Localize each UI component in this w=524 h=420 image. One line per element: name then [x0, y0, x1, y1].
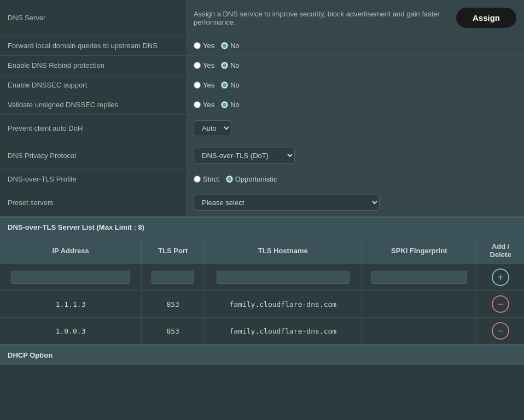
server-row-2: 1.0.0.3 853 family.cloudflare-dns.com −	[0, 318, 524, 345]
server-list-section-header: DNS-over-TLS Server List (Max Limit : 8)	[0, 217, 524, 237]
dnssec-validate-yes-radio[interactable]	[194, 101, 201, 108]
server-row-1: 1.1.1.3 853 family.cloudflare-dns.com −	[0, 291, 524, 318]
assign-button[interactable]: Assign	[456, 8, 516, 28]
dnssec-support-radio-group: Yes No	[194, 81, 516, 89]
tls-port-input[interactable]	[152, 271, 194, 284]
forward-local-no-radio[interactable]	[221, 42, 228, 49]
server-row-2-port: 853	[142, 318, 205, 345]
dnssec-validate-label: Validate unsigned DNSSEC replies	[0, 95, 186, 115]
forward-local-yes-radio[interactable]	[194, 42, 201, 49]
dnssec-validate-radio-group: Yes No	[194, 101, 516, 109]
server-row-1-port: 853	[142, 291, 205, 318]
dns-rebind-no-radio[interactable]	[221, 62, 228, 69]
dns-rebind-yes-label[interactable]: Yes	[194, 61, 214, 69]
dhcp-option-section-header: DHCP Option	[0, 345, 524, 365]
forward-local-radio-group: Yes No	[194, 42, 516, 50]
dnssec-support-yes-radio[interactable]	[194, 81, 201, 89]
dot-profile-label: DNS-over-TLS Profile	[0, 170, 186, 189]
delete-server-row-2-button[interactable]: −	[492, 322, 509, 340]
dot-profile-radio-group: Strict Opportunistic	[194, 175, 516, 183]
dns-server-description: Assign a DNS service to improve security…	[194, 10, 456, 26]
dns-rebind-no-label[interactable]: No	[221, 61, 240, 69]
server-input-row: +	[0, 264, 524, 291]
forward-local-no-label[interactable]: No	[221, 42, 240, 50]
dnssec-validate-yes-label[interactable]: Yes	[194, 101, 214, 109]
col-header-ip: IP Address	[0, 237, 142, 264]
server-row-1-ip: 1.1.1.3	[0, 291, 142, 318]
dns-rebind-radio-group: Yes No	[194, 61, 516, 69]
col-header-hostname: TLS Hostname	[205, 237, 362, 264]
add-server-button[interactable]: +	[492, 269, 509, 286]
preset-servers-select[interactable]: Please select	[194, 195, 380, 211]
col-header-spki: SPKI Fingerprint	[362, 237, 477, 264]
dns-rebind-label: Enable DNS Rebind protection	[0, 56, 186, 75]
dnssec-support-yes-label[interactable]: Yes	[194, 81, 214, 89]
ip-address-input[interactable]	[11, 271, 130, 284]
tls-hostname-input[interactable]	[217, 271, 350, 284]
dns-rebind-yes-radio[interactable]	[194, 62, 201, 69]
spki-fingerprint-input[interactable]	[371, 271, 467, 284]
dnssec-support-no-label[interactable]: No	[221, 81, 240, 89]
dot-profile-strict-radio[interactable]	[194, 176, 201, 183]
dns-privacy-select[interactable]: DNS-over-TLS (DoT) DNS-over-HTTPS (DoH) …	[194, 148, 295, 164]
dns-server-label: DNS Server	[0, 0, 186, 36]
server-row-2-hostname: family.cloudflare-dns.com	[205, 318, 362, 345]
dnssec-validate-no-label[interactable]: No	[221, 101, 240, 109]
dns-privacy-label: DNS Privacy Protocol	[0, 142, 186, 170]
dot-profile-strict-label[interactable]: Strict	[194, 175, 219, 183]
col-header-action: Add / Delete	[477, 237, 524, 264]
dot-profile-opportunistic-radio[interactable]	[226, 176, 233, 183]
dot-profile-opportunistic-label[interactable]: Opportunistic	[226, 175, 277, 183]
dnssec-support-label: Enable DNSSEC support	[0, 75, 186, 95]
server-row-1-spki	[362, 291, 477, 318]
server-row-2-spki	[362, 318, 477, 345]
server-row-1-hostname: family.cloudflare-dns.com	[205, 291, 362, 318]
prevent-doh-select[interactable]: Auto No Yes	[194, 120, 231, 136]
prevent-doh-label: Prevent client auto DoH	[0, 115, 186, 142]
server-row-2-ip: 1.0.0.3	[0, 318, 142, 345]
dnssec-support-no-radio[interactable]	[221, 81, 228, 89]
forward-local-label: Forward local domain queries to upstream…	[0, 36, 186, 56]
dnssec-validate-no-radio[interactable]	[221, 101, 228, 108]
preset-servers-label: Preset servers	[0, 189, 186, 217]
delete-server-row-1-button[interactable]: −	[492, 295, 509, 313]
forward-local-yes-label[interactable]: Yes	[194, 42, 214, 50]
col-header-port: TLS Port	[142, 237, 205, 264]
